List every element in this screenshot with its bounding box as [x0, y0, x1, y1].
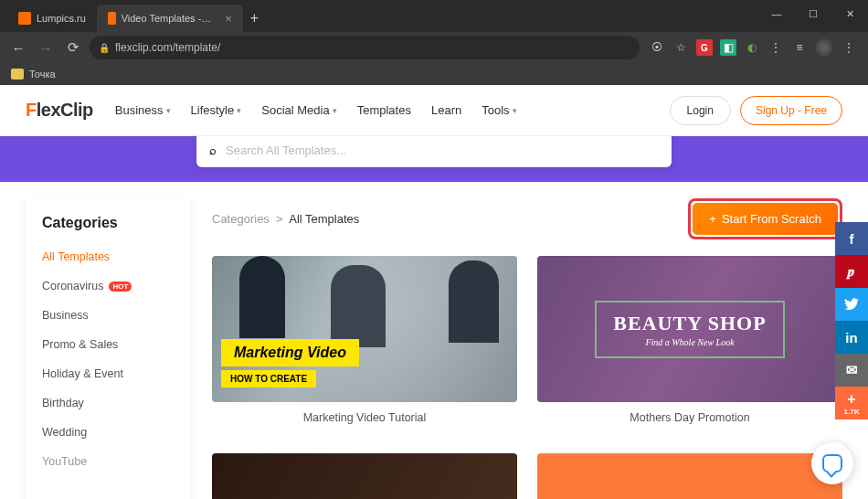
- window-controls: ― ☐ ✕: [758, 0, 868, 27]
- share-email[interactable]: ✉: [835, 354, 868, 387]
- profile-avatar[interactable]: [815, 38, 833, 57]
- signup-button[interactable]: Sign Up - Free: [740, 96, 842, 125]
- chat-widget[interactable]: [811, 442, 853, 484]
- overlay-subtitle: HOW TO CREATE: [221, 370, 316, 388]
- chevron-down-icon: ▾: [333, 106, 337, 115]
- hot-badge: HOT: [109, 281, 132, 292]
- browser-tab-inactive[interactable]: Lumpics.ru: [7, 5, 97, 32]
- share-count: 1.7K: [844, 408, 860, 416]
- plus-icon: +: [709, 212, 716, 226]
- category-coronavirus[interactable]: CoronavirusHOT: [26, 271, 190, 301]
- favicon: [108, 12, 116, 25]
- folder-icon: [11, 69, 24, 80]
- extension-icon[interactable]: G: [696, 39, 713, 56]
- category-all-templates[interactable]: All Templates: [26, 242, 190, 271]
- login-button[interactable]: Login: [670, 96, 731, 125]
- social-share-rail: f 𝒑 in ✉ + 1.7K: [835, 222, 868, 419]
- overlay-title: BEAUTY SHOP: [613, 312, 766, 335]
- site-header: FlexClip Business▾ Lifestyle▾ Social Med…: [0, 85, 868, 136]
- chevron-down-icon: ▾: [513, 106, 517, 115]
- tab-title: Video Templates - Easily Make Y: [122, 13, 215, 24]
- plus-icon: +: [847, 391, 855, 408]
- nav-social-media[interactable]: Social Media▾: [261, 103, 336, 117]
- breadcrumb: Categories > All Templates: [212, 212, 359, 226]
- template-card[interactable]: [212, 453, 517, 499]
- overlay-subtitle: Find a Whole New Look: [613, 337, 766, 347]
- logo[interactable]: FlexClip: [26, 100, 93, 121]
- breadcrumb-root[interactable]: Categories: [212, 212, 270, 226]
- template-card[interactable]: [537, 453, 842, 499]
- maximize-button[interactable]: ☐: [795, 0, 831, 27]
- chevron-down-icon: ▾: [166, 106, 171, 115]
- favicon: [18, 12, 31, 25]
- url-input[interactable]: 🔒 flexclip.com/template/: [90, 36, 640, 59]
- nav-learn[interactable]: Learn: [431, 103, 461, 117]
- share-linkedin[interactable]: in: [835, 321, 868, 354]
- template-card[interactable]: Marketing Video HOW TO CREATE Marketing …: [212, 256, 517, 433]
- lock-icon: 🔒: [99, 43, 110, 53]
- nav-templates[interactable]: Templates: [357, 103, 411, 117]
- category-birthday[interactable]: Birthday: [26, 388, 190, 418]
- back-button[interactable]: ←: [7, 40, 29, 56]
- nav-business[interactable]: Business▾: [115, 103, 171, 117]
- category-holiday-event[interactable]: Holiday & Event: [26, 359, 190, 388]
- bookmark-bar: Точка: [0, 63, 868, 85]
- star-icon[interactable]: ☆: [672, 39, 689, 56]
- translate-icon[interactable]: ⦿: [649, 39, 665, 56]
- chevron-down-icon: ▾: [237, 106, 241, 115]
- categories-sidebar: Categories All Templates CoronavirusHOT …: [26, 198, 190, 499]
- page-content: FlexClip Business▾ Lifestyle▾ Social Med…: [0, 85, 868, 499]
- overlay-title: Marketing Video: [221, 339, 359, 366]
- reading-list-icon[interactable]: ≡: [791, 39, 808, 56]
- search-icon: ⌕: [209, 143, 217, 157]
- highlight-annotation: + Start From Scratch: [688, 198, 842, 239]
- share-more[interactable]: + 1.7K: [835, 387, 868, 419]
- share-facebook[interactable]: f: [835, 222, 868, 255]
- bookmark-item[interactable]: Точка: [29, 69, 56, 80]
- category-business[interactable]: Business: [26, 301, 190, 330]
- browser-tab-active[interactable]: Video Templates - Easily Make Y ×: [97, 5, 243, 32]
- category-wedding[interactable]: Wedding: [26, 418, 190, 447]
- nav-lifestyle[interactable]: Lifestyle▾: [191, 103, 242, 117]
- main-area: Categories > All Templates + Start From …: [212, 198, 842, 499]
- extension-icon[interactable]: ◧: [720, 39, 736, 56]
- main-nav: Business▾ Lifestyle▾ Social Media▾ Templ…: [115, 103, 517, 117]
- menu-icon[interactable]: ⋮: [841, 39, 857, 56]
- template-label: Marketing Video Tutorial: [212, 402, 517, 433]
- search-input[interactable]: ⌕ Search All Templates...: [196, 133, 672, 167]
- share-twitter[interactable]: [835, 288, 868, 321]
- template-thumbnail: [537, 453, 842, 499]
- template-grid: Marketing Video HOW TO CREATE Marketing …: [212, 256, 842, 499]
- close-icon[interactable]: ×: [225, 12, 232, 26]
- category-youtube[interactable]: YouTube: [26, 447, 190, 476]
- category-promo-sales[interactable]: Promo & Sales: [26, 330, 190, 359]
- template-thumbnail: Marketing Video HOW TO CREATE: [212, 256, 517, 402]
- template-thumbnail: BEAUTY SHOP Find a Whole New Look: [537, 256, 842, 402]
- minimize-button[interactable]: ―: [758, 0, 795, 27]
- extension-icons: ⦿ ☆ G ◧ ◐ ⋮ ≡ ⋮: [645, 38, 861, 57]
- url-text: flexclip.com/template/: [115, 41, 220, 54]
- template-label: Mothers Day Promotion: [537, 402, 842, 433]
- extension-icon[interactable]: ⋮: [767, 39, 784, 56]
- breadcrumb-current: All Templates: [289, 212, 359, 226]
- start-from-scratch-button[interactable]: + Start From Scratch: [693, 203, 838, 235]
- search-placeholder: Search All Templates...: [226, 143, 346, 157]
- chat-icon: [822, 454, 842, 472]
- address-bar: ← → ⟳ 🔒 flexclip.com/template/ ⦿ ☆ G ◧ ◐…: [0, 32, 868, 63]
- nav-tools[interactable]: Tools▾: [482, 103, 516, 117]
- browser-tab-strip: Lumpics.ru Video Templates - Easily Make…: [0, 0, 868, 32]
- forward-button[interactable]: →: [35, 40, 57, 56]
- template-card[interactable]: BEAUTY SHOP Find a Whole New Look Mother…: [537, 256, 842, 433]
- twitter-icon: [844, 298, 859, 311]
- reload-button[interactable]: ⟳: [62, 39, 84, 56]
- tab-title: Lumpics.ru: [37, 13, 86, 24]
- extension-icon[interactable]: ◐: [744, 39, 760, 56]
- close-button[interactable]: ✕: [831, 0, 868, 27]
- template-thumbnail: [212, 453, 517, 499]
- hero-banner: ⌕ Search All Templates...: [0, 136, 868, 182]
- share-pinterest[interactable]: 𝒑: [835, 255, 868, 288]
- new-tab-button[interactable]: +: [243, 5, 266, 32]
- sidebar-title: Categories: [26, 215, 190, 242]
